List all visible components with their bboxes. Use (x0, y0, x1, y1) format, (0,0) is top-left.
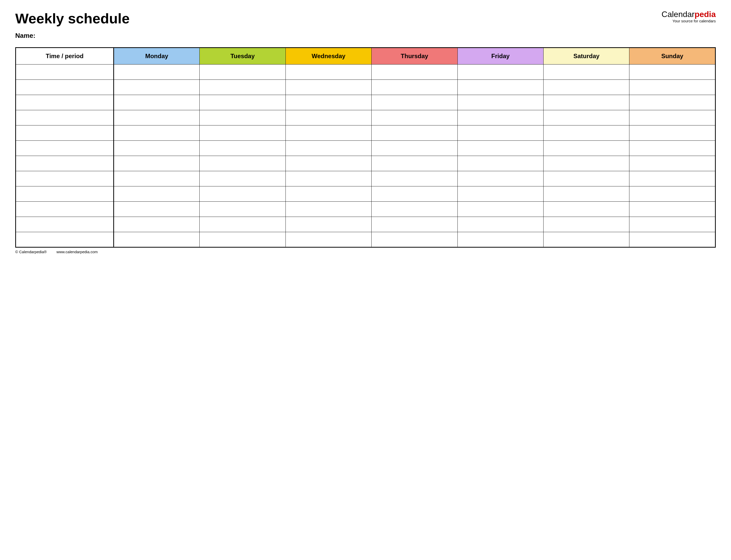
schedule-cell[interactable] (629, 95, 716, 110)
time-cell[interactable] (16, 156, 114, 171)
schedule-cell[interactable] (372, 156, 457, 171)
schedule-cell[interactable] (372, 202, 457, 217)
schedule-cell[interactable] (200, 217, 285, 232)
schedule-cell[interactable] (372, 65, 457, 80)
schedule-cell[interactable] (457, 80, 543, 95)
schedule-cell[interactable] (114, 80, 199, 95)
time-cell[interactable] (16, 65, 114, 80)
schedule-cell[interactable] (629, 125, 716, 141)
schedule-cell[interactable] (629, 65, 716, 80)
schedule-cell[interactable] (372, 95, 457, 110)
schedule-cell[interactable] (372, 171, 457, 186)
schedule-cell[interactable] (114, 171, 199, 186)
schedule-cell[interactable] (200, 65, 285, 80)
schedule-cell[interactable] (457, 202, 543, 217)
schedule-cell[interactable] (457, 65, 543, 80)
schedule-cell[interactable] (200, 232, 285, 247)
schedule-cell[interactable] (285, 232, 371, 247)
time-cell[interactable] (16, 80, 114, 95)
schedule-cell[interactable] (457, 186, 543, 202)
schedule-cell[interactable] (544, 80, 629, 95)
schedule-cell[interactable] (544, 232, 629, 247)
schedule-cell[interactable] (457, 125, 543, 141)
footer-url: www.calendarpedia.com (56, 250, 98, 254)
schedule-cell[interactable] (114, 95, 199, 110)
schedule-cell[interactable] (544, 141, 629, 156)
time-cell[interactable] (16, 110, 114, 125)
schedule-cell[interactable] (114, 110, 199, 125)
schedule-cell[interactable] (285, 110, 371, 125)
schedule-cell[interactable] (285, 141, 371, 156)
schedule-cell[interactable] (114, 217, 199, 232)
schedule-cell[interactable] (285, 65, 371, 80)
schedule-cell[interactable] (457, 171, 543, 186)
schedule-cell[interactable] (544, 95, 629, 110)
schedule-cell[interactable] (200, 125, 285, 141)
schedule-cell[interactable] (285, 156, 371, 171)
schedule-cell[interactable] (629, 202, 716, 217)
schedule-cell[interactable] (114, 125, 199, 141)
schedule-cell[interactable] (200, 141, 285, 156)
column-header-sunday: Sunday (629, 48, 716, 65)
schedule-cell[interactable] (114, 156, 199, 171)
time-cell[interactable] (16, 95, 114, 110)
table-row (16, 232, 716, 247)
schedule-cell[interactable] (200, 110, 285, 125)
schedule-cell[interactable] (457, 95, 543, 110)
schedule-cell[interactable] (114, 65, 199, 80)
schedule-cell[interactable] (629, 80, 716, 95)
schedule-cell[interactable] (629, 217, 716, 232)
time-cell[interactable] (16, 125, 114, 141)
schedule-cell[interactable] (372, 125, 457, 141)
time-cell[interactable] (16, 232, 114, 247)
schedule-cell[interactable] (200, 95, 285, 110)
schedule-cell[interactable] (629, 110, 716, 125)
schedule-cell[interactable] (200, 171, 285, 186)
schedule-cell[interactable] (629, 186, 716, 202)
schedule-cell[interactable] (200, 80, 285, 95)
schedule-cell[interactable] (200, 202, 285, 217)
schedule-cell[interactable] (629, 156, 716, 171)
time-cell[interactable] (16, 202, 114, 217)
schedule-cell[interactable] (285, 80, 371, 95)
schedule-cell[interactable] (285, 171, 371, 186)
schedule-cell[interactable] (544, 171, 629, 186)
schedule-cell[interactable] (544, 65, 629, 80)
schedule-cell[interactable] (285, 95, 371, 110)
schedule-cell[interactable] (629, 232, 716, 247)
schedule-cell[interactable] (372, 232, 457, 247)
schedule-cell[interactable] (372, 186, 457, 202)
schedule-cell[interactable] (544, 125, 629, 141)
schedule-cell[interactable] (629, 171, 716, 186)
schedule-cell[interactable] (457, 232, 543, 247)
schedule-cell[interactable] (285, 125, 371, 141)
schedule-cell[interactable] (372, 217, 457, 232)
schedule-cell[interactable] (372, 141, 457, 156)
schedule-cell[interactable] (285, 217, 371, 232)
time-cell[interactable] (16, 141, 114, 156)
time-cell[interactable] (16, 217, 114, 232)
schedule-cell[interactable] (457, 217, 543, 232)
schedule-cell[interactable] (544, 186, 629, 202)
schedule-cell[interactable] (457, 141, 543, 156)
schedule-cell[interactable] (200, 186, 285, 202)
schedule-cell[interactable] (285, 186, 371, 202)
schedule-cell[interactable] (544, 110, 629, 125)
schedule-cell[interactable] (200, 156, 285, 171)
time-cell[interactable] (16, 171, 114, 186)
schedule-cell[interactable] (457, 110, 543, 125)
time-cell[interactable] (16, 186, 114, 202)
schedule-cell[interactable] (372, 80, 457, 95)
column-header-wednesday: Wednesday (285, 48, 371, 65)
schedule-cell[interactable] (544, 156, 629, 171)
schedule-cell[interactable] (114, 202, 199, 217)
schedule-cell[interactable] (457, 156, 543, 171)
schedule-cell[interactable] (544, 202, 629, 217)
schedule-cell[interactable] (114, 141, 199, 156)
schedule-cell[interactable] (629, 141, 716, 156)
schedule-cell[interactable] (114, 186, 199, 202)
schedule-cell[interactable] (372, 110, 457, 125)
schedule-cell[interactable] (114, 232, 199, 247)
schedule-cell[interactable] (285, 202, 371, 217)
schedule-cell[interactable] (544, 217, 629, 232)
